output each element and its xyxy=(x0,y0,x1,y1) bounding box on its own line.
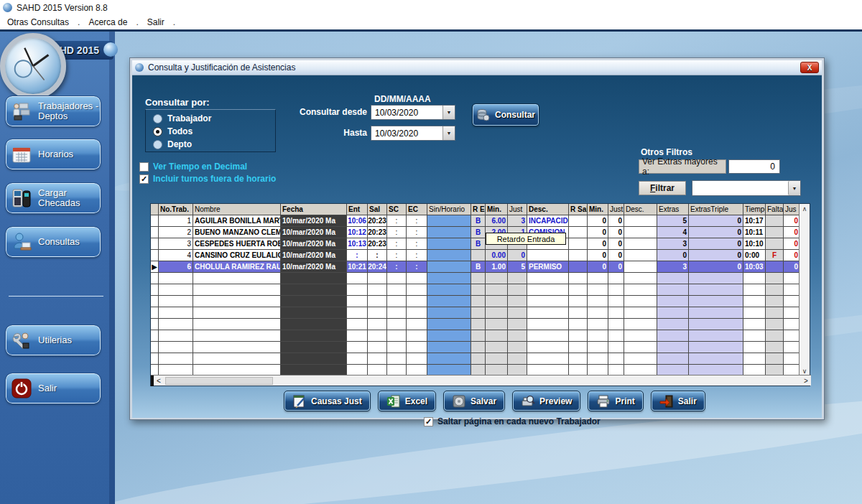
sidebar-item-cargar-checadas[interactable]: Cargar Checadas xyxy=(6,183,101,213)
grid-cell[interactable]: INCAPACID xyxy=(527,215,569,227)
sidebar-item-utilerias[interactable]: Utilerias xyxy=(6,325,101,355)
scroll-left-icon[interactable]: < xyxy=(154,377,164,385)
grid-header-cell[interactable]: Min. xyxy=(486,204,508,215)
grid-cell[interactable]: CESPEDES HUERTA ROBE xyxy=(193,238,281,250)
grid-cell[interactable]: 10/mar/2020 Ma xyxy=(281,227,347,238)
grid-cell[interactable] xyxy=(569,227,588,238)
sidebar-item-horarios[interactable]: Horarios xyxy=(6,139,101,169)
grid-header-cell[interactable]: Jus xyxy=(784,204,800,215)
grid-cell[interactable]: 0 xyxy=(588,250,608,261)
menu-acerca-de[interactable]: Acerca de xyxy=(81,17,134,27)
grid-header-cell[interactable]: Fecha xyxy=(281,204,347,215)
grid-cell[interactable]: 10/mar/2020 Ma xyxy=(281,238,347,250)
row-selector[interactable]: ▶ xyxy=(151,261,159,273)
grid-cell[interactable]: 10:13 xyxy=(347,238,368,250)
scrollbar-thumb[interactable] xyxy=(165,377,273,385)
chevron-down-icon[interactable]: ▼ xyxy=(788,181,800,195)
grid-cell[interactable]: 20:23 xyxy=(368,238,387,250)
grid-cell[interactable]: 10/mar/2020 Ma xyxy=(281,215,347,227)
causas-just-button[interactable]: Causas Just xyxy=(284,391,370,411)
grid-cell[interactable] xyxy=(427,261,471,273)
grid-cell[interactable]: 0 xyxy=(657,250,689,261)
grid-cell[interactable]: 0 xyxy=(608,250,624,261)
grid-cell[interactable]: 1 xyxy=(159,215,193,227)
row-selector[interactable] xyxy=(151,215,159,227)
chevron-down-icon[interactable]: ▼ xyxy=(442,126,455,140)
vertical-scrollbar[interactable]: ∧ ∨ xyxy=(799,204,810,376)
grid-cell[interactable]: 0 xyxy=(784,227,800,238)
grid-cell[interactable] xyxy=(624,215,657,227)
grid-header-cell[interactable]: Ent xyxy=(347,204,368,215)
grid-cell[interactable]: 0 xyxy=(689,227,743,238)
grid-cell[interactable]: 0 xyxy=(588,215,608,227)
grid-cell[interactable]: 0 xyxy=(689,261,743,273)
row-selector[interactable] xyxy=(151,227,159,238)
grid-cell[interactable]: B xyxy=(471,227,486,238)
grid-cell[interactable]: 0 xyxy=(608,215,624,227)
grid-cell[interactable]: 10:17 xyxy=(743,215,766,227)
grid-cell[interactable]: 0 xyxy=(588,227,608,238)
grid-cell[interactable]: 10:11 xyxy=(743,227,766,238)
excel-button[interactable]: Excel xyxy=(379,391,435,411)
grid-header-cell[interactable]: Nombre xyxy=(193,204,281,215)
grid-cell[interactable]: 4 xyxy=(159,250,193,261)
grid-header-cell[interactable]: R Sal xyxy=(569,204,588,215)
chevron-down-icon[interactable]: ▼ xyxy=(442,106,455,119)
scroll-down-icon[interactable]: ∨ xyxy=(802,368,807,375)
grid-header-cell[interactable]: Desc. xyxy=(624,204,657,215)
grid-cell[interactable]: AGUILAR BONILLA MARY xyxy=(193,215,281,227)
grid-cell[interactable]: 0.00 xyxy=(486,250,508,261)
grid-header-cell[interactable]: ExtrasTriple xyxy=(689,204,743,215)
grid-cell[interactable]: : xyxy=(387,227,407,238)
radio-trabajador[interactable]: Trabajador xyxy=(146,112,275,125)
grid-cell[interactable]: : xyxy=(407,215,427,227)
incluir-turnos-checkbox[interactable]: ✓ Incluir turnos fuera de horario xyxy=(139,174,276,184)
extras-value-input[interactable] xyxy=(728,159,780,174)
grid-cell[interactable]: 0 xyxy=(784,261,800,273)
grid-cell[interactable]: 0:00 xyxy=(743,250,766,261)
grid-cell[interactable]: 5 xyxy=(657,215,689,227)
grid-header-cell[interactable]: Tiempo xyxy=(743,204,766,215)
radio-selected-icon[interactable] xyxy=(153,127,162,136)
filtro-combo[interactable]: ▼ xyxy=(692,180,801,196)
grid-cell[interactable]: : xyxy=(387,250,407,261)
grid-cell[interactable]: 20:23 xyxy=(368,215,387,227)
grid-cell[interactable]: 10:10 xyxy=(743,238,766,250)
grid-header-cell[interactable]: Min. xyxy=(588,204,608,215)
checkbox-checked-icon[interactable]: ✓ xyxy=(139,174,149,184)
grid-cell[interactable]: 1.00 xyxy=(486,261,508,273)
sidebar-item-consultas[interactable]: Consultas xyxy=(6,227,101,257)
grid-header-cell[interactable]: R Ent xyxy=(471,204,486,215)
grid-cell[interactable] xyxy=(569,215,588,227)
scroll-up-icon[interactable]: ∧ xyxy=(802,205,807,213)
grid-cell[interactable]: : xyxy=(407,227,427,238)
grid-cell[interactable]: 0 xyxy=(608,227,624,238)
radio-icon[interactable] xyxy=(153,114,162,123)
sidebar-item-trabajadores-deptos[interactable]: Trabajadores - Deptos xyxy=(6,96,101,126)
grid-cell[interactable]: BUENO MANZANO CLEMI xyxy=(193,227,281,238)
grid-cell[interactable]: 10:12 xyxy=(347,227,368,238)
grid-cell[interactable]: 2 xyxy=(159,227,193,238)
fecha-hasta-combo[interactable]: 10/03/2020 ▼ xyxy=(371,126,455,141)
grid-cell[interactable]: : xyxy=(387,215,407,227)
grid-header-cell[interactable]: EC xyxy=(407,204,427,215)
close-icon[interactable]: X xyxy=(800,62,819,73)
row-selector[interactable] xyxy=(151,238,159,250)
grid-cell[interactable]: CHOLULA RAMIREZ RAU xyxy=(193,261,281,273)
grid-cell[interactable]: : xyxy=(368,250,387,261)
grid-cell[interactable] xyxy=(569,238,588,250)
grid-header-cell[interactable]: Falta xyxy=(766,204,784,215)
grid-cell[interactable] xyxy=(624,238,657,250)
grid-cell[interactable]: 0 xyxy=(784,215,800,227)
grid-cell[interactable] xyxy=(427,215,471,227)
grid-cell[interactable]: 5 xyxy=(508,261,527,273)
grid-header-cell[interactable]: SC xyxy=(387,204,407,215)
menu-otras-consultas[interactable]: Otras Consultas xyxy=(0,17,76,27)
grid-cell[interactable]: : xyxy=(407,261,427,273)
grid-cell[interactable]: 3 xyxy=(508,215,527,227)
filtrar-button[interactable]: Filtrar xyxy=(639,181,686,195)
grid-cell[interactable]: 20:24 xyxy=(368,261,387,273)
grid-cell[interactable] xyxy=(471,250,486,261)
grid-cell[interactable]: 3 xyxy=(657,238,689,250)
grid-cell[interactable]: : xyxy=(387,238,407,250)
